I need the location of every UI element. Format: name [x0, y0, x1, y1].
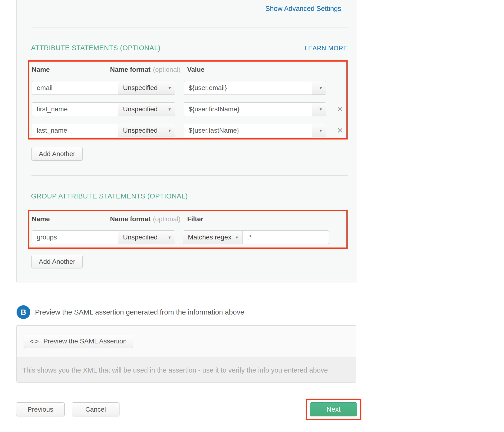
- preview-button-label: Preview the SAML Assertion: [43, 338, 126, 345]
- chevron-down-icon: ▾: [169, 235, 171, 240]
- column-header-filter: Filter: [187, 215, 203, 223]
- saml-settings-panel: Show Advanced Settings ATTRIBUTE STATEME…: [16, 0, 356, 282]
- preview-hint-text: This shows you the XML that will be used…: [22, 366, 328, 374]
- chevron-down-icon: ▾: [319, 128, 322, 133]
- previous-button[interactable]: Previous: [16, 402, 65, 416]
- filter-value-input[interactable]: [243, 231, 329, 244]
- attribute-name-input[interactable]: [32, 124, 118, 137]
- attribute-row: Unspecified ▾ ▾ ✕: [32, 124, 346, 137]
- next-button[interactable]: Next: [310, 402, 357, 416]
- attribute-row: Unspecified ▾ ▾: [32, 81, 346, 95]
- column-header-name: Name: [32, 66, 110, 74]
- column-header-optional: (optional): [153, 215, 180, 223]
- group-attribute-statements-annotation-box: Name Name format(optional) Filter Unspec…: [28, 210, 348, 249]
- preview-saml-assertion-button[interactable]: <> Preview the SAML Assertion: [24, 335, 133, 348]
- attribute-row: Unspecified ▾ ▾ ✕: [32, 102, 346, 116]
- cancel-button[interactable]: Cancel: [72, 402, 119, 416]
- preview-assertion-panel: <> Preview the SAML Assertion This shows…: [16, 325, 356, 383]
- group-attribute-row: Unspecified ▾ Matches regex ▾: [32, 230, 346, 244]
- learn-more-link[interactable]: LEARN MORE: [305, 45, 348, 52]
- column-header-name-format: Name format: [110, 215, 151, 223]
- show-advanced-settings-link[interactable]: Show Advanced Settings: [265, 5, 341, 12]
- chevron-down-icon: ▾: [169, 85, 171, 91]
- chevron-down-icon: ▾: [169, 128, 171, 133]
- next-button-annotation-box: Next: [306, 399, 361, 420]
- remove-row-icon[interactable]: ✕: [337, 127, 343, 134]
- column-header-name: Name: [32, 215, 110, 223]
- attribute-statements-annotation-box: Name Name format(optional) Value Unspeci…: [28, 60, 348, 140]
- chevron-down-icon: ▾: [169, 106, 171, 112]
- code-brackets-icon: <>: [30, 338, 40, 345]
- attribute-name-input[interactable]: [32, 81, 118, 94]
- filter-type-select[interactable]: Matches regex ▾: [183, 231, 243, 244]
- add-another-group-attribute-button[interactable]: Add Another: [31, 255, 82, 268]
- name-format-select[interactable]: Unspecified ▾: [118, 231, 175, 244]
- chevron-down-icon: ▾: [236, 235, 238, 240]
- chevron-down-icon: ▾: [319, 85, 322, 91]
- attribute-value-input[interactable]: [184, 124, 312, 137]
- remove-row-icon[interactable]: ✕: [337, 105, 343, 113]
- step-b-badge: B: [17, 305, 30, 319]
- attribute-value-input[interactable]: [184, 81, 312, 94]
- group-name-input[interactable]: [32, 231, 118, 244]
- group-attribute-statements-heading: GROUP ATTRIBUTE STATEMENTS (OPTIONAL): [31, 192, 188, 200]
- attribute-statements-heading: ATTRIBUTE STATEMENTS (OPTIONAL): [31, 44, 161, 52]
- value-dropdown-button[interactable]: ▾: [312, 103, 326, 116]
- preview-section-title: Preview the SAML assertion generated fro…: [35, 308, 244, 316]
- name-format-select[interactable]: Unspecified ▾: [118, 124, 175, 137]
- attribute-value-input[interactable]: [184, 103, 312, 116]
- name-format-select[interactable]: Unspecified ▾: [118, 103, 175, 116]
- column-header-name-format: Name format: [110, 66, 151, 73]
- name-format-select[interactable]: Unspecified ▾: [118, 81, 175, 94]
- divider: [31, 27, 348, 28]
- divider: [31, 175, 348, 176]
- attribute-name-input[interactable]: [32, 103, 118, 116]
- value-dropdown-button[interactable]: ▾: [312, 124, 326, 137]
- column-header-optional: (optional): [153, 66, 180, 73]
- add-another-attribute-button[interactable]: Add Another: [31, 147, 82, 160]
- value-dropdown-button[interactable]: ▾: [312, 81, 326, 94]
- chevron-down-icon: ▾: [319, 106, 322, 112]
- column-header-value: Value: [187, 66, 204, 74]
